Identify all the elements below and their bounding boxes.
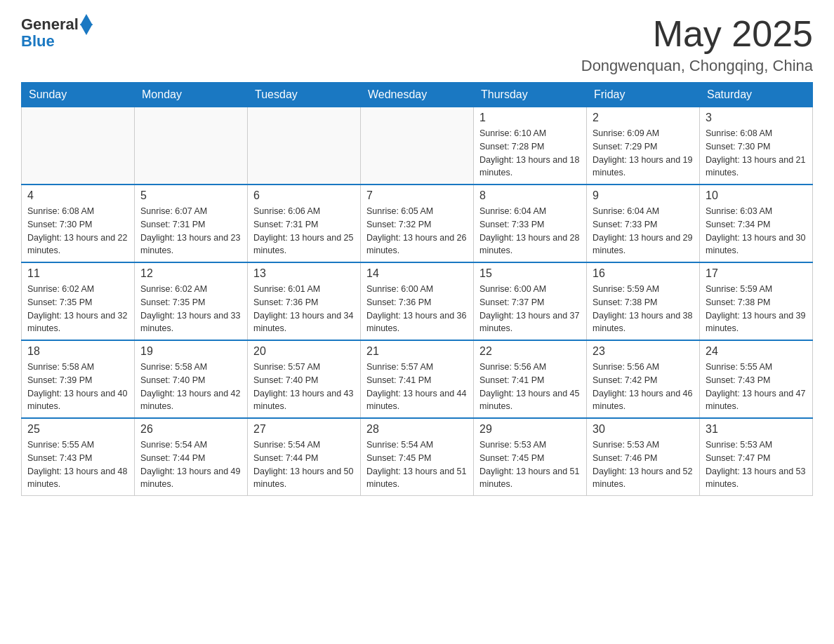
calendar-cell: 27Sunrise: 5:54 AMSunset: 7:44 PMDayligh… (248, 418, 361, 496)
day-number: 21 (366, 345, 468, 358)
calendar-cell: 30Sunrise: 5:53 AMSunset: 7:46 PMDayligh… (587, 418, 700, 496)
day-number: 29 (479, 423, 581, 436)
day-number: 23 (593, 345, 694, 358)
day-number: 13 (253, 267, 355, 280)
calendar-cell: 20Sunrise: 5:57 AMSunset: 7:40 PMDayligh… (248, 340, 361, 418)
day-number: 10 (706, 189, 807, 202)
calendar-week-row: 4Sunrise: 6:08 AMSunset: 7:30 PMDaylight… (22, 185, 813, 262)
day-info: Sunrise: 6:02 AMSunset: 7:35 PMDaylight:… (27, 283, 128, 335)
calendar-cell (135, 107, 248, 185)
calendar-cell: 29Sunrise: 5:53 AMSunset: 7:45 PMDayligh… (474, 418, 587, 496)
calendar-cell (248, 107, 361, 185)
weekday-header-wednesday: Wednesday (361, 83, 474, 107)
calendar-cell: 11Sunrise: 6:02 AMSunset: 7:35 PMDayligh… (22, 262, 135, 340)
day-number: 12 (140, 267, 241, 280)
day-info: Sunrise: 6:00 AMSunset: 7:36 PMDaylight:… (366, 283, 468, 335)
weekday-header-row: SundayMondayTuesdayWednesdayThursdayFrid… (22, 83, 813, 107)
calendar-cell: 28Sunrise: 5:54 AMSunset: 7:45 PMDayligh… (361, 418, 474, 496)
day-info: Sunrise: 6:00 AMSunset: 7:37 PMDaylight:… (479, 283, 581, 335)
weekday-header-friday: Friday (587, 83, 700, 107)
day-info: Sunrise: 5:59 AMSunset: 7:38 PMDaylight:… (706, 283, 807, 335)
day-info: Sunrise: 6:02 AMSunset: 7:35 PMDaylight:… (140, 283, 241, 335)
day-number: 20 (253, 345, 355, 358)
day-number: 27 (253, 423, 355, 436)
weekday-header-saturday: Saturday (700, 83, 813, 107)
location-subtitle: Dongwenquan, Chongqing, China (581, 57, 813, 75)
day-number: 4 (27, 189, 128, 202)
day-number: 24 (706, 345, 807, 358)
day-info: Sunrise: 6:07 AMSunset: 7:31 PMDaylight:… (140, 205, 241, 257)
day-number: 7 (366, 189, 468, 202)
day-number: 17 (706, 267, 807, 280)
day-number: 2 (593, 112, 694, 124)
day-info: Sunrise: 5:53 AMSunset: 7:47 PMDaylight:… (706, 438, 807, 491)
day-info: Sunrise: 5:57 AMSunset: 7:41 PMDaylight:… (366, 361, 468, 413)
day-info: Sunrise: 6:01 AMSunset: 7:36 PMDaylight:… (253, 283, 355, 335)
calendar-cell: 22Sunrise: 5:56 AMSunset: 7:41 PMDayligh… (474, 340, 587, 418)
day-number: 8 (479, 189, 581, 202)
day-info: Sunrise: 6:04 AMSunset: 7:33 PMDaylight:… (593, 205, 694, 257)
day-info: Sunrise: 5:54 AMSunset: 7:44 PMDaylight:… (140, 438, 241, 491)
day-number: 16 (593, 267, 694, 280)
day-number: 11 (27, 267, 128, 280)
calendar-cell: 13Sunrise: 6:01 AMSunset: 7:36 PMDayligh… (248, 262, 361, 340)
day-info: Sunrise: 6:10 AMSunset: 7:28 PMDaylight:… (479, 127, 581, 180)
logo-blue-text: Blue (21, 32, 55, 51)
calendar-cell: 14Sunrise: 6:00 AMSunset: 7:36 PMDayligh… (361, 262, 474, 340)
day-number: 14 (366, 267, 468, 280)
calendar-cell: 8Sunrise: 6:04 AMSunset: 7:33 PMDaylight… (474, 185, 587, 262)
calendar-cell: 7Sunrise: 6:05 AMSunset: 7:32 PMDaylight… (361, 185, 474, 262)
calendar-cell: 21Sunrise: 5:57 AMSunset: 7:41 PMDayligh… (361, 340, 474, 418)
calendar-cell: 3Sunrise: 6:08 AMSunset: 7:30 PMDaylight… (700, 107, 813, 185)
day-info: Sunrise: 5:55 AMSunset: 7:43 PMDaylight:… (27, 438, 128, 491)
day-info: Sunrise: 6:05 AMSunset: 7:32 PMDaylight:… (366, 205, 468, 257)
calendar-cell: 31Sunrise: 5:53 AMSunset: 7:47 PMDayligh… (700, 418, 813, 496)
day-info: Sunrise: 6:09 AMSunset: 7:29 PMDaylight:… (593, 127, 694, 180)
calendar-cell: 17Sunrise: 5:59 AMSunset: 7:38 PMDayligh… (700, 262, 813, 340)
weekday-header-sunday: Sunday (22, 83, 135, 107)
day-info: Sunrise: 5:56 AMSunset: 7:42 PMDaylight:… (593, 361, 694, 413)
day-number: 31 (706, 423, 807, 436)
calendar-cell: 5Sunrise: 6:07 AMSunset: 7:31 PMDaylight… (135, 185, 248, 262)
day-number: 6 (253, 189, 355, 202)
day-info: Sunrise: 6:06 AMSunset: 7:31 PMDaylight:… (253, 205, 355, 257)
logo-general-text: General (21, 15, 79, 34)
calendar-week-row: 11Sunrise: 6:02 AMSunset: 7:35 PMDayligh… (22, 262, 813, 340)
calendar-week-row: 18Sunrise: 5:58 AMSunset: 7:39 PMDayligh… (22, 340, 813, 418)
calendar-cell: 26Sunrise: 5:54 AMSunset: 7:44 PMDayligh… (135, 418, 248, 496)
calendar-cell: 16Sunrise: 5:59 AMSunset: 7:38 PMDayligh… (587, 262, 700, 340)
weekday-header-monday: Monday (135, 83, 248, 107)
calendar-cell (361, 107, 474, 185)
day-info: Sunrise: 5:56 AMSunset: 7:41 PMDaylight:… (479, 361, 581, 413)
calendar-cell (22, 107, 135, 185)
calendar-table: SundayMondayTuesdayWednesdayThursdayFrid… (21, 82, 813, 496)
calendar-cell: 24Sunrise: 5:55 AMSunset: 7:43 PMDayligh… (700, 340, 813, 418)
day-info: Sunrise: 5:57 AMSunset: 7:40 PMDaylight:… (253, 361, 355, 413)
day-info: Sunrise: 5:53 AMSunset: 7:45 PMDaylight:… (479, 438, 581, 491)
day-info: Sunrise: 6:04 AMSunset: 7:33 PMDaylight:… (479, 205, 581, 257)
day-number: 26 (140, 423, 241, 436)
day-number: 5 (140, 189, 241, 202)
day-number: 25 (27, 423, 128, 436)
calendar-cell: 1Sunrise: 6:10 AMSunset: 7:28 PMDaylight… (474, 107, 587, 185)
day-info: Sunrise: 5:55 AMSunset: 7:43 PMDaylight:… (706, 361, 807, 413)
logo: General Blue (21, 14, 93, 51)
day-info: Sunrise: 6:03 AMSunset: 7:34 PMDaylight:… (706, 205, 807, 257)
day-number: 30 (593, 423, 694, 436)
calendar-week-row: 25Sunrise: 5:55 AMSunset: 7:43 PMDayligh… (22, 418, 813, 496)
weekday-header-thursday: Thursday (474, 83, 587, 107)
calendar-cell: 15Sunrise: 6:00 AMSunset: 7:37 PMDayligh… (474, 262, 587, 340)
day-number: 28 (366, 423, 468, 436)
calendar-cell: 4Sunrise: 6:08 AMSunset: 7:30 PMDaylight… (22, 185, 135, 262)
calendar-cell: 23Sunrise: 5:56 AMSunset: 7:42 PMDayligh… (587, 340, 700, 418)
day-number: 15 (479, 267, 581, 280)
calendar-week-row: 1Sunrise: 6:10 AMSunset: 7:28 PMDaylight… (22, 107, 813, 185)
calendar-cell: 25Sunrise: 5:55 AMSunset: 7:43 PMDayligh… (22, 418, 135, 496)
month-year-title: May 2025 (581, 14, 813, 54)
calendar-cell: 18Sunrise: 5:58 AMSunset: 7:39 PMDayligh… (22, 340, 135, 418)
weekday-header-tuesday: Tuesday (248, 83, 361, 107)
calendar-cell: 12Sunrise: 6:02 AMSunset: 7:35 PMDayligh… (135, 262, 248, 340)
calendar-cell: 10Sunrise: 6:03 AMSunset: 7:34 PMDayligh… (700, 185, 813, 262)
day-info: Sunrise: 5:58 AMSunset: 7:40 PMDaylight:… (140, 361, 241, 413)
day-info: Sunrise: 5:54 AMSunset: 7:45 PMDaylight:… (366, 438, 468, 491)
